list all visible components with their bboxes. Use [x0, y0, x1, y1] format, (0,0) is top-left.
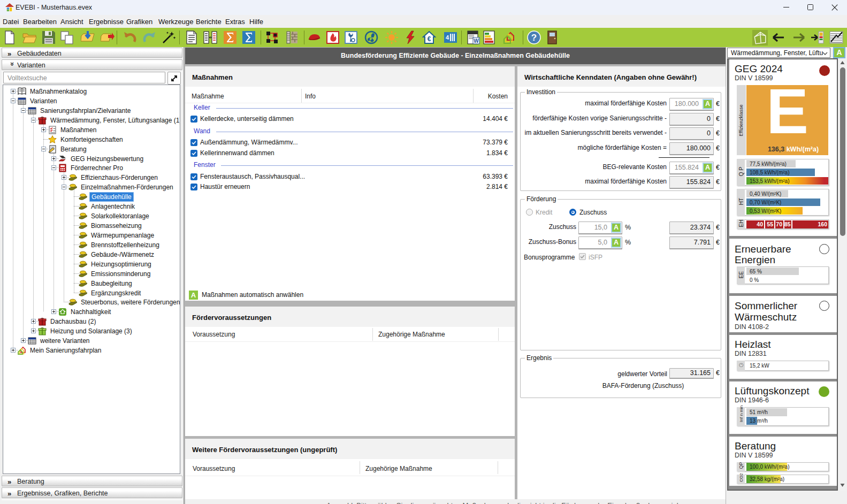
svg-text:€: € — [428, 35, 431, 43]
svg-text:W: W — [474, 38, 479, 44]
svg-text:4: 4 — [446, 34, 449, 41]
svg-text:?: ? — [531, 33, 537, 43]
